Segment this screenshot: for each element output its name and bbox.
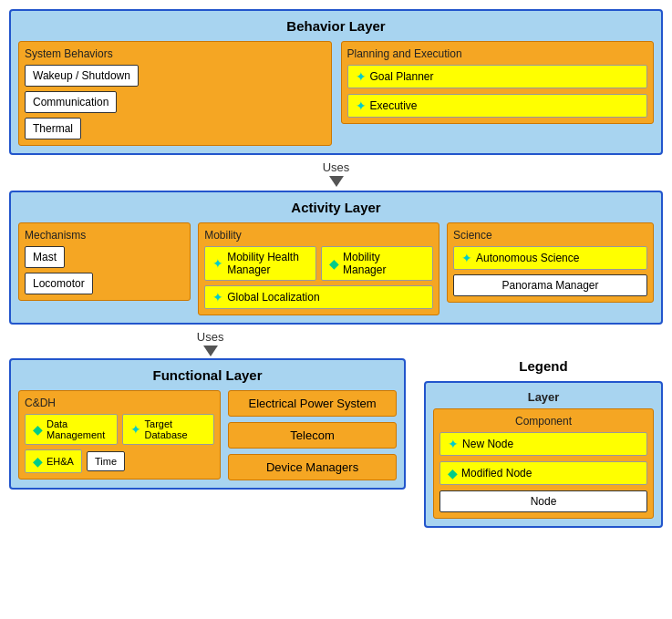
legend-section: Legend Layer Component ✦ New Node ◆ Modi… bbox=[415, 358, 663, 528]
mobility-health-manager-node: ✦ Mobility Health Manager bbox=[204, 246, 316, 281]
uses-label-2: Uses bbox=[197, 330, 224, 344]
wakeup-shutdown-node: Wakeup / Shutdown bbox=[25, 65, 139, 87]
planning-execution-group: Planning and Execution ✦ Goal Planner ✦ … bbox=[341, 41, 655, 146]
eha-node: ◆ EH&A bbox=[25, 449, 82, 473]
legend-layer-label: Layer bbox=[433, 390, 654, 404]
uses-arrow-1: Uses bbox=[9, 155, 663, 189]
executive-star-icon: ✦ bbox=[356, 98, 367, 113]
cdh-group: C&DH ◆ Data Management ✦ Target Database bbox=[18, 390, 221, 480]
functional-right-items: Electrical Power System Telecom Device M… bbox=[228, 390, 397, 480]
panorama-manager-node: Panorama Manager bbox=[453, 274, 647, 296]
science-group: Science ✦ Autonomous Science Panorama Ma… bbox=[447, 222, 654, 315]
uses-label-1: Uses bbox=[323, 160, 350, 174]
legend-plain-node: Node bbox=[439, 490, 647, 512]
legend-diamond-icon: ◆ bbox=[448, 466, 458, 480]
executive-node: ✦ Executive bbox=[347, 94, 648, 118]
system-behaviors-label: System Behaviors bbox=[25, 47, 326, 60]
mechanisms-label: Mechanisms bbox=[25, 229, 184, 242]
arrow-down-2 bbox=[203, 346, 218, 356]
mobility-group: Mobility ✦ Mobility Health Manager ◆ Mob… bbox=[198, 222, 439, 315]
legend-component-label: Component bbox=[439, 415, 647, 428]
dm-diamond-icon: ◆ bbox=[33, 422, 43, 437]
cdh-label: C&DH bbox=[25, 397, 214, 409]
goal-planner-star-icon: ✦ bbox=[356, 69, 367, 84]
mobility-manager-node: ◆ Mobility Manager bbox=[321, 246, 433, 281]
activity-layer-title: Activity Layer bbox=[18, 200, 654, 215]
system-behaviors-group: System Behaviors Wakeup / Shutdown Commu… bbox=[18, 41, 332, 146]
mobility-label: Mobility bbox=[204, 229, 433, 242]
legend-star-icon: ✦ bbox=[448, 437, 459, 451]
goal-planner-node: ✦ Goal Planner bbox=[347, 65, 648, 88]
science-label: Science bbox=[453, 229, 647, 242]
planning-execution-label: Planning and Execution bbox=[347, 47, 648, 60]
telecom-node: Telecom bbox=[228, 422, 397, 449]
global-localization-node: ✦ Global Localization bbox=[204, 285, 433, 309]
bottom-row: Functional Layer C&DH ◆ Data Management … bbox=[9, 358, 663, 528]
mobility-orange: Mobility ✦ Mobility Health Manager ◆ Mob… bbox=[198, 222, 439, 315]
device-managers-node: Device Managers bbox=[228, 454, 397, 480]
mm-diamond-icon: ◆ bbox=[329, 256, 339, 271]
as-star-icon: ✦ bbox=[461, 251, 472, 265]
eha-diamond-icon: ◆ bbox=[33, 454, 43, 469]
cdh-orange: C&DH ◆ Data Management ✦ Target Database bbox=[18, 390, 221, 480]
behavior-layer: Behavior Layer System Behaviors Wakeup /… bbox=[9, 9, 663, 155]
locomotor-node: Locomotor bbox=[25, 273, 93, 294]
uses-arrow-2: Uses bbox=[9, 325, 411, 358]
mechanisms-orange: Mechanisms Mast Locomotor bbox=[18, 222, 191, 301]
legend-component-group: Component ✦ New Node ◆ Modified Node Nod… bbox=[433, 408, 654, 519]
science-orange: Science ✦ Autonomous Science Panorama Ma… bbox=[447, 222, 654, 303]
functional-layer: Functional Layer C&DH ◆ Data Management … bbox=[9, 358, 406, 490]
legend-new-node: ✦ New Node bbox=[439, 432, 647, 456]
arrow-down-1 bbox=[329, 176, 344, 187]
functional-layer-title: Functional Layer bbox=[18, 367, 397, 383]
time-node: Time bbox=[87, 451, 125, 471]
data-management-node: ◆ Data Management bbox=[25, 414, 118, 445]
communication-node: Communication bbox=[25, 91, 117, 113]
activity-layer: Activity Layer Mechanisms Mast Locomotor… bbox=[9, 191, 663, 325]
functional-layer-box: Functional Layer C&DH ◆ Data Management … bbox=[9, 358, 406, 490]
system-behaviors-items: Wakeup / Shutdown Communication Thermal bbox=[25, 65, 326, 139]
td-star-icon: ✦ bbox=[130, 422, 141, 437]
thermal-node: Thermal bbox=[25, 118, 81, 139]
planning-execution-orange: Planning and Execution ✦ Goal Planner ✦ … bbox=[341, 41, 655, 124]
mast-node: Mast bbox=[25, 246, 65, 268]
legend-box: Layer Component ✦ New Node ◆ Modified No… bbox=[424, 381, 663, 528]
gl-star-icon: ✦ bbox=[212, 290, 223, 304]
autonomous-science-node: ✦ Autonomous Science bbox=[453, 246, 647, 270]
system-behaviors-orange: System Behaviors Wakeup / Shutdown Commu… bbox=[18, 41, 332, 146]
legend-title: Legend bbox=[424, 358, 663, 374]
legend-modified-node: ◆ Modified Node bbox=[439, 461, 647, 485]
behavior-layer-title: Behavior Layer bbox=[18, 18, 654, 34]
mechanisms-group: Mechanisms Mast Locomotor bbox=[18, 222, 191, 315]
mhm-star-icon: ✦ bbox=[212, 256, 223, 271]
target-database-node: ✦ Target Database bbox=[122, 414, 215, 445]
electrical-power-node: Electrical Power System bbox=[228, 390, 397, 417]
